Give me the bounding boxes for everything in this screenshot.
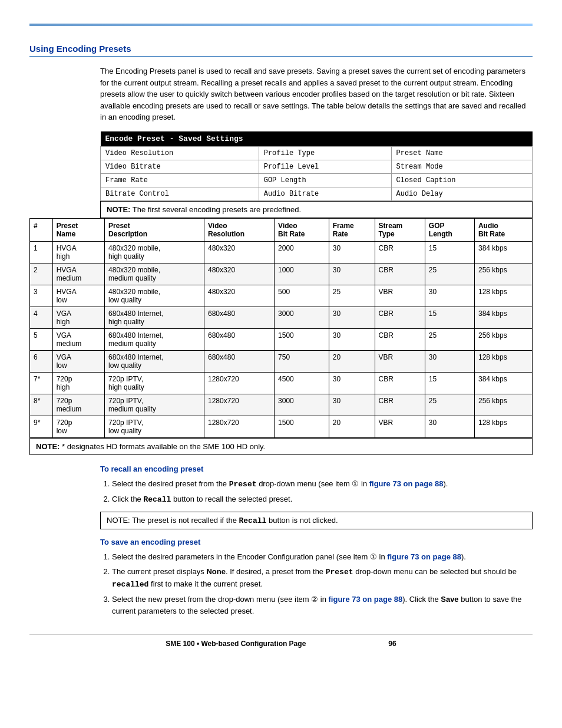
- presets-col-header: VideoResolution: [204, 218, 275, 241]
- save-step2-bold: None: [206, 567, 226, 576]
- presets-cell: 1500: [275, 416, 329, 437]
- save-step2-code1: Preset: [326, 568, 353, 577]
- presets-cell: 480x320: [204, 285, 275, 307]
- save-step3-link: figure 73 on page 88: [329, 595, 403, 604]
- recall-steps: Select the desired preset from the Prese…: [112, 478, 533, 506]
- presets-cell: 480x320: [204, 241, 275, 263]
- presets-col-header: PresetDescription: [105, 218, 204, 241]
- saved-settings-cell: Stream Mode: [391, 160, 532, 173]
- note-predefined: NOTE: The first several encoding presets…: [100, 201, 533, 218]
- presets-cell: 15: [425, 307, 474, 328]
- intro-text: The Encoding Presets panel is used to re…: [100, 65, 533, 123]
- presets-cell: 720pmedium: [52, 394, 104, 416]
- presets-cell: 384 kbps: [474, 372, 532, 394]
- presets-cell: CBR: [375, 307, 425, 328]
- saved-settings-cell: Preset Name: [391, 146, 532, 160]
- recall-step-2: Click the Recall button to recall the se…: [112, 493, 533, 506]
- presets-col-header: GOPLength: [425, 218, 474, 241]
- recall-note-text-before: The preset is not recalled if the: [132, 516, 239, 525]
- presets-cell: 25: [425, 328, 474, 350]
- presets-cell: 15: [425, 372, 474, 394]
- presets-cell: 7*: [30, 372, 53, 394]
- presets-col-header: VideoBit Rate: [275, 218, 329, 241]
- table-row: 6VGAlow680x480 Internet,low quality680x4…: [30, 350, 533, 372]
- recall-note-text-after: button is not clicked.: [266, 516, 338, 525]
- presets-cell: HVGAmedium: [52, 263, 104, 285]
- presets-cell: 25: [425, 263, 474, 285]
- presets-cell: HVGAlow: [52, 285, 104, 307]
- presets-cell: 256 kbps: [474, 328, 532, 350]
- presets-cell: VGAmedium: [52, 328, 104, 350]
- presets-cell: 720p IPTV,low quality: [105, 416, 204, 437]
- presets-cell: 30: [329, 307, 375, 328]
- presets-cell: 3000: [275, 394, 329, 416]
- save-step-3: Select the new preset from the drop-down…: [112, 594, 533, 617]
- saved-settings-cell: Closed Caption: [391, 173, 532, 187]
- presets-cell: 30: [425, 285, 474, 307]
- table-row: 7*720phigh720p IPTV,high quality1280x720…: [30, 372, 533, 394]
- recall-step2-code: Recall: [143, 495, 171, 504]
- save-title: To save an encoding preset: [100, 538, 533, 546]
- presets-col-header: PresetName: [52, 218, 104, 241]
- presets-cell: VGAlow: [52, 350, 104, 372]
- presets-cell: 15: [425, 241, 474, 263]
- table-row: 8*720pmedium720p IPTV,medium quality1280…: [30, 394, 533, 416]
- recall-note-code: Recall: [239, 516, 267, 525]
- presets-cell: 1280x720: [204, 394, 275, 416]
- saved-settings-cell: Profile Type: [259, 146, 391, 160]
- table-row: 5VGAmedium680x480 Internet,medium qualit…: [30, 328, 533, 350]
- presets-cell: 30: [425, 350, 474, 372]
- footer-text: SME 100 • Web-based Configuration Page: [166, 640, 306, 648]
- footer-page: 96: [388, 640, 396, 648]
- presets-cell: 1280x720: [204, 372, 275, 394]
- recall-step1-link: figure 73 on page 88: [369, 479, 444, 488]
- table-row: 4VGAhigh680x480 Internet,high quality680…: [30, 307, 533, 328]
- table-row: 9*720plow720p IPTV,low quality1280x72015…: [30, 416, 533, 437]
- presets-cell: VBR: [375, 350, 425, 372]
- presets-cell: 25: [329, 285, 375, 307]
- presets-cell: 720phigh: [52, 372, 104, 394]
- save-step2-code2: recalled: [112, 580, 148, 589]
- recall-note-label: NOTE:: [107, 516, 130, 525]
- saved-settings-cell: Audio Bitrate: [259, 187, 391, 200]
- saved-settings-cell: GOP Length: [259, 173, 391, 187]
- presets-cell: CBR: [375, 372, 425, 394]
- presets-cell: 4: [30, 307, 53, 328]
- saved-settings-cell: Profile Level: [259, 160, 391, 173]
- presets-cell: CBR: [375, 328, 425, 350]
- presets-cell: 5: [30, 328, 53, 350]
- recall-section: To recall an encoding preset Select the …: [100, 465, 533, 529]
- presets-cell: 1280x720: [204, 416, 275, 437]
- presets-cell: 2000: [275, 241, 329, 263]
- saved-settings-cell: Frame Rate: [101, 173, 259, 187]
- saved-settings-cell: Audio Delay: [391, 187, 532, 200]
- presets-cell: 30: [329, 241, 375, 263]
- note-hd-label: NOTE:: [36, 442, 59, 451]
- presets-col-header: StreamType: [375, 218, 425, 241]
- save-step1-link: figure 73 on page 88: [387, 552, 461, 561]
- note-predefined-label: NOTE:: [107, 205, 130, 214]
- presets-cell: 750: [275, 350, 329, 372]
- presets-cell: 4500: [275, 372, 329, 394]
- presets-cell: 3000: [275, 307, 329, 328]
- presets-table: #PresetNamePresetDescriptionVideoResolut…: [29, 218, 533, 438]
- table-row: 1HVGAhigh480x320 mobile,high quality480x…: [30, 241, 533, 263]
- recall-step1-code: Preset: [229, 480, 257, 489]
- presets-cell: 128 kbps: [474, 416, 532, 437]
- presets-cell: 1500: [275, 328, 329, 350]
- presets-col-header: AudioBit Rate: [474, 218, 532, 241]
- saved-settings-header: Encode Preset - Saved Settings: [101, 131, 533, 147]
- presets-cell: 3: [30, 285, 53, 307]
- section-title: Using Encoding Presets: [29, 44, 533, 57]
- presets-cell: 9*: [30, 416, 53, 437]
- presets-cell: 480x320 mobile,low quality: [105, 285, 204, 307]
- presets-cell: 6: [30, 350, 53, 372]
- presets-cell: 128 kbps: [474, 285, 532, 307]
- presets-cell: 256 kbps: [474, 263, 532, 285]
- saved-settings-cell: Bitrate Control: [101, 187, 259, 200]
- table-row: 2HVGAmedium480x320 mobile,medium quality…: [30, 263, 533, 285]
- page-footer: SME 100 • Web-based Configuration Page 9…: [29, 634, 533, 648]
- presets-cell: 720p IPTV,medium quality: [105, 394, 204, 416]
- note-hd: NOTE: * designates HD formats available …: [29, 438, 533, 455]
- presets-cell: 680x480 Internet,high quality: [105, 307, 204, 328]
